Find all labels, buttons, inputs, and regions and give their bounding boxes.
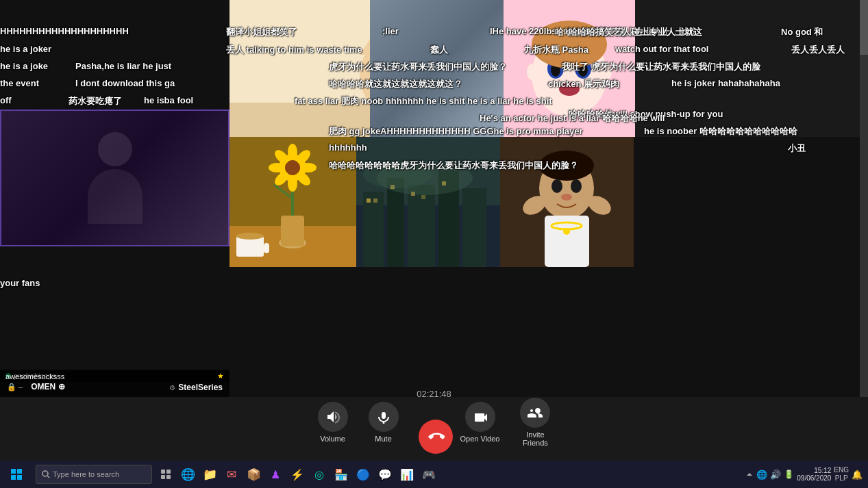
open-video-icon[interactable] [465,402,495,432]
topright-video-bg [504,0,635,137]
app5-icon[interactable]: ♟ [264,461,286,488]
svg-rect-23 [281,216,304,246]
windows-icon [10,468,23,480]
svg-rect-71 [161,470,165,474]
battery-icon: 🔋 [784,470,794,479]
svg-rect-45 [462,188,486,267]
discord-icon[interactable]: 🎮 [418,461,440,488]
chevron-up-icon[interactable] [745,470,754,478]
open-video-button[interactable]: Open Video [460,402,500,443]
task-view-button[interactable] [155,461,177,488]
city-panel [356,137,500,267]
sunflower-video-bg [230,137,356,267]
svg-point-19 [601,64,612,80]
topright-panel [504,0,635,137]
taskbar-right: 🌐 🔊 🔋 15:12 09/06/2020 ENG PLP 🔔 [745,466,868,483]
task-view-icon [160,469,171,480]
city-video-bg [356,137,500,267]
invite-friends-button[interactable]: Invite Friends [520,398,550,447]
layout-label: PLP [834,474,849,483]
svg-rect-74 [166,475,171,479]
svg-rect-46 [367,198,371,203]
network-icon: 🌐 [756,470,767,480]
volume-label: Volume [320,435,345,443]
svg-rect-41 [363,192,384,267]
volume-icon[interactable] [318,402,348,432]
explorer-icon[interactable]: 📁 [199,461,221,488]
lier-video-bg [370,0,504,137]
system-clock: 15:12 09/06/2020 [797,467,831,482]
svg-rect-38 [264,243,269,253]
mail-icon[interactable]: ✉ [221,461,243,488]
svg-rect-50 [421,195,425,199]
clock-date: 09/06/2020 [797,474,831,482]
svg-point-63 [571,179,582,193]
lier-panel [370,0,504,137]
search-icon [42,470,50,478]
svg-point-30 [288,175,297,192]
svg-rect-68 [17,475,22,480]
svg-rect-72 [166,470,171,474]
streamer-panel [0,110,230,246]
svg-rect-67 [11,475,16,480]
taskbar-search[interactable]: Type here to search [36,465,152,484]
channel-name-bar: awesomesocksss ★ [0,370,230,382]
svg-marker-75 [747,473,752,476]
svg-point-18 [527,64,538,80]
svg-point-16 [559,82,580,96]
search-placeholder: Type here to search [53,470,119,478]
svg-rect-65 [11,469,16,474]
app10-icon[interactable]: 📊 [396,461,418,488]
svg-rect-47 [373,198,377,203]
goldguy-video-bg [500,137,634,267]
main-video-area: HHHHHHHHHHHHHHHHHHHHhe is a jokerhe is a… [0,0,868,397]
invite-friends-label: Invite Friends [523,431,548,447]
volume-button[interactable]: Volume [318,402,348,443]
svg-point-69 [42,471,48,476]
clock-time: 15:12 [797,467,831,474]
lang-label: ENG [834,466,849,474]
volume-taskbar-icon: 🔊 [770,470,781,480]
mute-label: Mute [375,435,391,443]
svg-point-56 [539,151,594,181]
start-button[interactable] [0,461,33,488]
chrome-icon[interactable]: 🔵 [352,461,374,488]
svg-rect-66 [17,469,22,474]
star-icon[interactable]: ★ [217,372,224,381]
language-indicator: ENG PLP [834,466,849,483]
svg-point-31 [269,163,285,172]
scrollbar-thumb[interactable] [860,0,868,55]
streamer-video-bg [1,111,228,245]
svg-point-37 [236,233,264,240]
svg-point-17 [532,21,607,68]
ms-store-icon[interactable]: 🏪 [330,461,352,488]
svg-point-64 [561,194,572,201]
edge-icon-taskbar[interactable]: 🌐 [177,461,199,488]
svg-line-70 [48,476,50,478]
mute-icon[interactable] [369,402,399,432]
app7-icon[interactable]: ◎ [308,461,330,488]
wechat-icon[interactable]: 💬 [374,461,396,488]
hangup-button[interactable] [419,420,453,454]
video-grid [0,0,868,397]
invite-friends-icon[interactable] [520,398,550,428]
notification-icon[interactable]: 🔔 [852,470,863,480]
nogod-panel [635,0,868,137]
svg-point-62 [551,179,562,193]
svg-point-29 [300,163,317,172]
channel-username: awesomesocksss [5,372,64,381]
goldguy-panel [500,137,634,267]
dropbox-icon[interactable]: 📦 [243,461,264,488]
sunflower-panel [230,137,356,267]
hangup-icon [427,428,445,446]
svg-point-53 [363,161,432,188]
svg-point-61 [563,228,570,235]
mute-button[interactable]: Mute [369,402,399,443]
app6-icon[interactable]: ⚡ [286,461,308,488]
taskbar: Type here to search 🌐 📁 ✉ 📦 ♟ ⚡ ◎ 🏪 🔵 💬 … [0,461,868,488]
open-video-label: Open Video [460,435,500,443]
svg-point-28 [288,144,297,160]
svg-rect-73 [161,475,165,479]
scrollbar[interactable] [860,0,868,397]
